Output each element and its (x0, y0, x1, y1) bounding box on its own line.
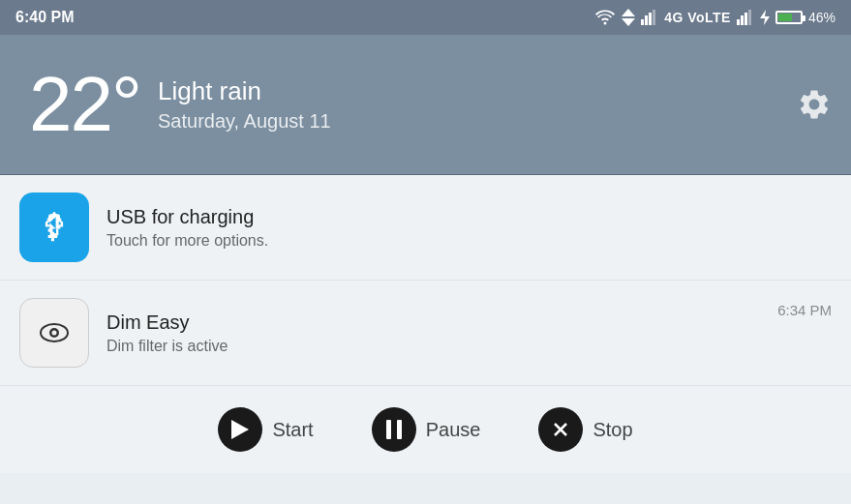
svg-point-11 (48, 219, 51, 222)
weather-date: Saturday, August 11 (158, 110, 331, 133)
usb-notification-title: USB for charging (106, 206, 832, 228)
eye-icon (33, 311, 76, 354)
svg-rect-13 (51, 233, 57, 237)
settings-gear-icon[interactable] (797, 87, 832, 122)
dimeasy-notification-time: 6:34 PM (777, 302, 832, 318)
dimeasy-notification-subtitle: Dim filter is active (106, 338, 777, 355)
svg-marker-0 (622, 9, 635, 16)
start-label: Start (272, 419, 313, 441)
dimeasy-notification-title: Dim Easy (106, 311, 777, 334)
pause-button[interactable]: Pause (372, 407, 481, 452)
svg-marker-18 (231, 420, 249, 439)
usb-notification-icon (19, 193, 89, 262)
svg-point-17 (52, 331, 57, 336)
controls-row: Start Pause Stop (0, 386, 851, 473)
network-label: 4G VoLTE (664, 10, 731, 25)
dimeasy-notification-icon (19, 298, 89, 368)
play-icon (231, 420, 249, 439)
stop-button[interactable]: Stop (538, 407, 632, 452)
notifications-list: USB for charging Touch for more options.… (0, 175, 851, 386)
stop-circle (538, 407, 583, 452)
battery-icon (775, 11, 803, 24)
svg-point-12 (57, 219, 60, 222)
status-bar: 6:40 PM 4G VoLTE (0, 0, 851, 35)
usb-notification-content: USB for charging Touch for more options. (106, 206, 832, 250)
pause-label: Pause (426, 419, 481, 441)
stop-icon (552, 421, 569, 438)
svg-rect-4 (649, 13, 652, 25)
svg-rect-3 (645, 15, 648, 25)
svg-rect-19 (386, 420, 391, 439)
charging-icon (760, 10, 770, 25)
svg-rect-6 (737, 19, 740, 25)
wifi-icon (594, 10, 616, 25)
signal-bars-icon (641, 10, 658, 25)
svg-rect-20 (397, 420, 402, 439)
battery-percent: 46% (808, 10, 836, 25)
svg-rect-9 (748, 10, 751, 25)
svg-marker-1 (622, 18, 635, 26)
dimeasy-notification-content: Dim Easy Dim filter is active (106, 311, 777, 355)
svg-rect-2 (641, 19, 644, 25)
status-icons: 4G VoLTE 46% (594, 9, 836, 26)
data-arrows-icon (622, 9, 635, 26)
svg-rect-8 (745, 13, 747, 25)
signal-bars-2-icon (737, 10, 754, 25)
svg-rect-5 (653, 10, 655, 25)
status-time: 6:40 PM (15, 9, 74, 26)
weather-condition: Light rain (158, 76, 331, 106)
usb-icon (36, 209, 73, 246)
pause-circle (372, 407, 416, 452)
weather-info: 22° Light rain Saturday, August 11 (29, 66, 331, 143)
usb-notification-subtitle: Touch for more options. (106, 232, 832, 250)
notification-dimeasy[interactable]: Dim Easy Dim filter is active 6:34 PM (0, 281, 851, 386)
weather-section: 22° Light rain Saturday, August 11 (0, 35, 851, 175)
stop-label: Stop (593, 419, 632, 441)
temperature: 22° (29, 66, 140, 143)
start-button[interactable]: Start (218, 407, 313, 452)
svg-marker-10 (760, 10, 770, 25)
start-circle (218, 407, 262, 452)
pause-icon (386, 420, 402, 439)
svg-rect-7 (741, 15, 744, 25)
notification-usb[interactable]: USB for charging Touch for more options. (0, 175, 851, 281)
